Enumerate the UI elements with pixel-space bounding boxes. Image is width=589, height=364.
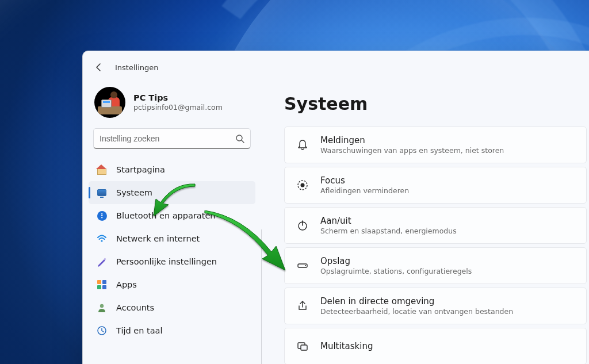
card-multitasking[interactable]: Multitasking — [284, 328, 587, 364]
svg-rect-13 — [301, 345, 307, 350]
sidebar-item-systeem[interactable]: Systeem — [89, 181, 255, 204]
sidebar-item-netwerk[interactable]: Netwerk en internet — [89, 227, 255, 250]
sidebar-item-apps[interactable]: Apps — [89, 273, 255, 296]
back-button[interactable] — [94, 63, 104, 72]
card-subtitle: Opslagruimte, stations, configuratierege… — [320, 267, 472, 275]
sidebar-item-label: Systeem — [116, 188, 152, 197]
avatar — [94, 87, 125, 118]
personalization-icon — [97, 256, 107, 267]
window-title: Instellingen — [115, 63, 159, 72]
svg-point-7 — [301, 183, 305, 187]
user-email: pctipsinfo01@gmail.com — [133, 103, 223, 112]
bell-icon — [296, 139, 309, 151]
card-delen[interactable]: Delen in directe omgeving Detecteerbaarh… — [284, 288, 587, 324]
search-input[interactable] — [100, 134, 235, 143]
card-title: Meldingen — [320, 135, 504, 145]
svg-point-4 — [100, 304, 104, 308]
multitasking-icon — [296, 340, 309, 352]
focus-icon — [296, 179, 309, 191]
user-name: PC Tips — [133, 93, 223, 102]
bluetooth-icon: ⋮ — [97, 210, 107, 221]
card-meldingen[interactable]: Meldingen Waarschuwingen van apps en sys… — [284, 127, 587, 163]
apps-icon — [97, 279, 107, 290]
titlebar: Instellingen — [83, 63, 261, 78]
main-content: Systeem Meldingen Waarschuwingen van app… — [261, 51, 589, 364]
card-aan-uit[interactable]: Aan/uit Scherm en slaapstand, energiemod… — [284, 207, 587, 244]
svg-point-0 — [236, 135, 242, 141]
wifi-icon — [97, 233, 107, 244]
card-subtitle: Scherm en slaapstand, energiemodus — [320, 227, 457, 235]
sidebar-item-label: Apps — [116, 280, 137, 289]
svg-point-11 — [305, 265, 306, 266]
system-icon — [97, 187, 107, 198]
page-title: Systeem — [284, 94, 587, 114]
home-icon — [97, 164, 107, 175]
time-language-icon — [97, 325, 107, 336]
sidebar: Instellingen PC Tips pctipsinfo01@gmail.… — [83, 51, 261, 364]
sidebar-item-tijd-en-taal[interactable]: Tijd en taal — [89, 319, 255, 342]
power-icon — [296, 219, 309, 232]
search-icon — [235, 134, 244, 143]
card-subtitle: Waarschuwingen van apps en systeem, niet… — [320, 146, 504, 155]
sidebar-item-label: Accounts — [116, 303, 154, 312]
card-opslag[interactable]: Opslag Opslagruimte, stations, configura… — [284, 247, 587, 284]
search-box[interactable] — [93, 128, 251, 149]
accounts-icon — [97, 302, 107, 313]
card-focus[interactable]: Focus Afleidingen verminderen — [284, 167, 587, 204]
sidebar-item-startpagina[interactable]: Startpagina — [89, 158, 255, 181]
share-icon — [296, 300, 309, 312]
sidebar-divider — [261, 229, 262, 364]
sidebar-item-bluetooth[interactable]: ⋮ Bluetooth en apparaten — [89, 204, 255, 227]
card-title: Aan/uit — [320, 216, 457, 226]
sidebar-item-label: Netwerk en internet — [116, 234, 200, 243]
storage-icon — [296, 259, 309, 272]
card-subtitle: Afleidingen verminderen — [320, 186, 409, 195]
sidebar-item-persoonlijke[interactable]: Persoonlijke instellingen — [89, 250, 255, 273]
sidebar-item-label: Tijd en taal — [116, 326, 163, 335]
card-title: Delen in directe omgeving — [320, 296, 513, 306]
sidebar-item-label: Bluetooth en apparaten — [116, 211, 216, 220]
sidebar-nav: Startpagina Systeem ⋮ Bluetooth en appar… — [83, 158, 261, 342]
card-title: Multitasking — [320, 341, 373, 351]
card-subtitle: Detecteerbaarheid, locatie van ontvangen… — [320, 307, 513, 316]
card-title: Focus — [320, 175, 409, 186]
card-title: Opslag — [320, 256, 472, 266]
sidebar-item-label: Startpagina — [116, 165, 165, 174]
sidebar-item-label: Persoonlijke instellingen — [116, 257, 217, 266]
sidebar-item-accounts[interactable]: Accounts — [89, 296, 255, 319]
svg-line-1 — [242, 140, 244, 143]
svg-point-2 — [101, 240, 102, 242]
settings-window: Instellingen PC Tips pctipsinfo01@gmail.… — [82, 51, 589, 364]
user-account-header[interactable]: PC Tips pctipsinfo01@gmail.com — [83, 78, 261, 128]
